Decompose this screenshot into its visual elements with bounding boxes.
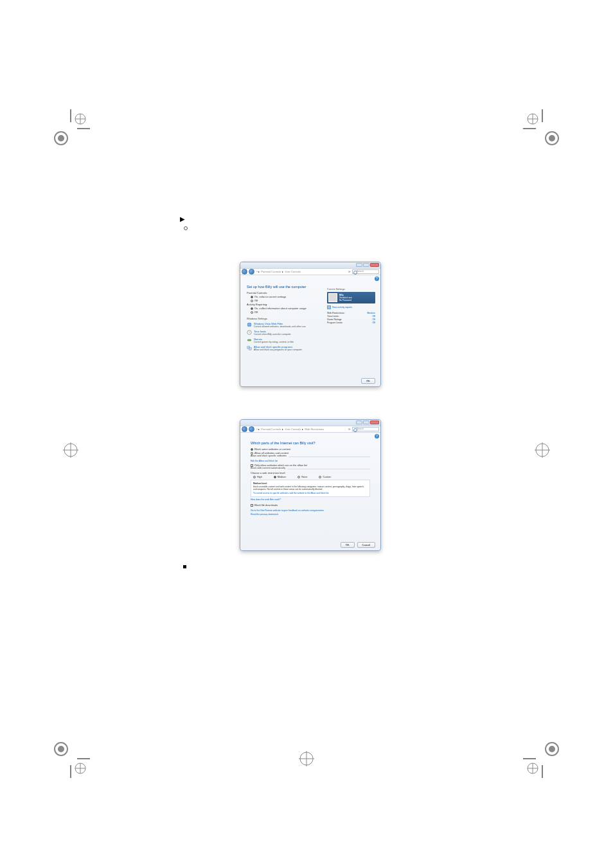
cancel-button[interactable]: Cancel — [357, 542, 375, 548]
maximize-button[interactable] — [363, 420, 369, 424]
crop-mark-icon — [523, 739, 562, 778]
svg-rect-39 — [247, 339, 251, 341]
ok-button[interactable]: OK — [361, 378, 375, 384]
back-button[interactable] — [242, 426, 247, 432]
avatar — [328, 293, 337, 302]
user-card: Billy Standard user No Password — [327, 292, 375, 303]
stat-row: Program Limits:Off — [327, 321, 375, 324]
level-medium-radio[interactable]: Medium — [274, 476, 287, 478]
crop-mark-icon — [51, 739, 90, 778]
time-limits-link[interactable]: Time limitsControl when Billy uses the c… — [247, 330, 374, 336]
page-title: Which parts of the Internet can Billy vi… — [251, 441, 370, 445]
refresh-icon[interactable]: ⟳ — [348, 270, 350, 273]
svg-point-10 — [549, 135, 555, 141]
crop-mark-icon — [51, 109, 90, 148]
breadcrumb[interactable]: «▸ Parental Controls ▸ User Controls — [256, 270, 346, 273]
user-password-status: No Password — [339, 299, 351, 302]
close-button[interactable] — [370, 263, 379, 267]
svg-point-30 — [549, 746, 555, 752]
block-downloads-checkbox[interactable]: Block file downloads — [251, 503, 370, 507]
help-icon[interactable]: ? — [375, 434, 379, 439]
crop-mark-icon — [287, 739, 326, 778]
address-bar: «▸ Parental Controls ▸ User Controls ▸ W… — [240, 426, 380, 433]
refresh-icon[interactable]: ⟳ — [348, 428, 350, 431]
minimize-button[interactable] — [356, 263, 362, 267]
web-restrictions-window: «▸ Parental Controls ▸ User Controls ▸ W… — [240, 419, 381, 551]
allow-block-section: Allow and block specific websites Edit t… — [251, 457, 370, 467]
crop-mark-icon — [51, 431, 90, 469]
level-description: Medium level: block unratable content an… — [251, 480, 370, 497]
auto-block-section: Block web content automatically Choose a… — [251, 469, 370, 501]
stat-row: Web Restrictions:Medium — [327, 312, 375, 314]
games-link[interactable]: GamesControl games by rating, content, o… — [247, 338, 374, 343]
report-icon — [327, 305, 331, 309]
ok-button[interactable]: OK — [341, 542, 355, 548]
privacy-link[interactable]: Read the privacy statement. — [251, 513, 370, 516]
search-input[interactable]: Search — [352, 427, 379, 431]
level-high-radio[interactable]: High — [253, 476, 262, 478]
address-bar: «▸ Parental Controls ▸ User Controls ⟳ S… — [240, 269, 380, 275]
to-control-note: To control access to specific websites, … — [253, 492, 368, 494]
block-some-radio[interactable]: Block some websites or content — [251, 448, 370, 451]
titlebar — [240, 420, 380, 426]
stat-row: Game Ratings:Off — [327, 318, 375, 321]
programs-link[interactable]: Allow and block specific programsAllow a… — [247, 345, 374, 351]
crop-mark-icon — [523, 431, 562, 469]
choose-level-label: Choose a web restriction level: — [251, 471, 370, 475]
titlebar — [240, 262, 380, 269]
forward-button[interactable] — [249, 426, 254, 432]
level-none-radio[interactable]: None — [298, 476, 307, 478]
svg-point-3 — [58, 135, 64, 141]
minimize-button[interactable] — [356, 420, 362, 424]
crop-mark-icon — [523, 109, 562, 148]
search-input[interactable]: Search — [352, 269, 379, 274]
help-icon[interactable]: ? — [375, 276, 379, 281]
triangle-icon: ▶ — [180, 215, 185, 222]
auto-block-header: Block web content automatically — [251, 467, 287, 469]
level-custom-radio[interactable]: Custom — [319, 476, 331, 478]
user-controls-window: «▸ Parental Controls ▸ User Controls ⟳ S… — [240, 262, 381, 387]
view-activity-reports-link[interactable]: View activity reports — [327, 305, 375, 309]
square-bullet-icon — [183, 565, 186, 568]
current-settings-label: Current Settings: — [327, 288, 375, 291]
current-settings-panel: Current Settings: Billy Standard user No… — [327, 288, 375, 325]
svg-rect-41 — [249, 347, 251, 350]
edit-allow-block-link[interactable]: Edit the Allow and block list — [251, 460, 370, 462]
clock-icon — [247, 330, 252, 335]
games-icon — [247, 338, 252, 343]
content-area: Which parts of the Internet can Billy vi… — [240, 439, 380, 520]
forward-button[interactable] — [249, 269, 254, 275]
breadcrumb[interactable]: «▸ Parental Controls ▸ User Controls ▸ W… — [256, 428, 346, 431]
programs-icon — [247, 345, 252, 350]
bullet-icon — [184, 226, 188, 230]
how-filter-link[interactable]: How does the web filter work? — [251, 498, 370, 501]
globe-icon — [247, 322, 252, 327]
back-button[interactable] — [242, 269, 247, 275]
svg-point-23 — [58, 746, 64, 752]
maximize-button[interactable] — [363, 263, 369, 267]
stat-row: Time Limits:Off — [327, 315, 375, 318]
site-review-link[interactable]: Go to the Site Review website to give fe… — [251, 509, 370, 512]
allow-block-header: Allow and block specific websites — [251, 455, 289, 457]
close-button[interactable] — [370, 420, 379, 424]
